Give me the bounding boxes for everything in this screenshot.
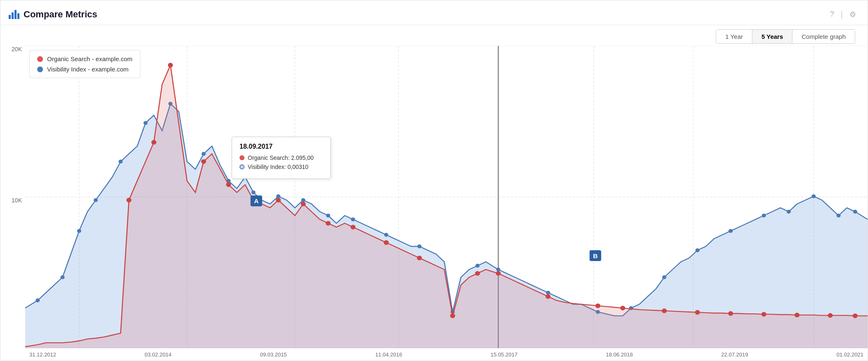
svg-point-44 xyxy=(168,63,173,67)
svg-point-55 xyxy=(475,271,480,276)
legend-label-organic: Organic Search - example.com xyxy=(47,55,133,62)
svg-point-64 xyxy=(794,313,799,317)
svg-point-25 xyxy=(351,217,355,221)
svg-point-65 xyxy=(828,313,833,318)
legend-dot-red xyxy=(37,56,43,62)
x-axis: 31.12.2012 03.02.2014 09.03.2015 11.04.2… xyxy=(25,348,868,361)
x-label-5: 18.06.2018 xyxy=(606,352,633,358)
svg-point-43 xyxy=(151,140,156,145)
svg-point-51 xyxy=(351,225,356,229)
x-label-6: 22.07.2019 xyxy=(721,352,748,358)
y-label-20k: 20K xyxy=(12,46,22,52)
chart-svg: A B xyxy=(25,46,868,348)
svg-point-49 xyxy=(301,202,306,206)
svg-point-37 xyxy=(762,214,766,217)
time-btn-5years[interactable]: 5 Years xyxy=(752,30,792,43)
page-title: Compare Metrics xyxy=(24,9,97,20)
svg-point-66 xyxy=(853,314,858,318)
svg-text:B: B xyxy=(593,252,598,259)
svg-point-34 xyxy=(662,276,666,279)
svg-point-39 xyxy=(811,194,816,198)
legend-item-visibility: Visibility Index - example.com xyxy=(37,66,133,73)
x-label-0: 31.12.2012 xyxy=(29,352,56,358)
svg-point-58 xyxy=(595,304,600,308)
time-btn-1year[interactable]: 1 Year xyxy=(716,30,752,43)
legend-dot-blue xyxy=(37,66,43,72)
time-range-buttons: 1 Year 5 Years Complete graph xyxy=(716,29,855,44)
svg-point-26 xyxy=(384,233,388,237)
svg-point-41 xyxy=(853,210,857,214)
svg-point-24 xyxy=(326,214,330,217)
svg-point-48 xyxy=(276,198,281,202)
svg-point-60 xyxy=(662,309,667,313)
svg-point-14 xyxy=(77,229,81,233)
legend-label-visibility: Visibility Index - example.com xyxy=(47,66,128,73)
header: Compare Metrics ? | ⚙ xyxy=(0,0,868,25)
svg-point-29 xyxy=(475,264,479,268)
legend-item-organic: Organic Search - example.com xyxy=(37,55,133,62)
svg-point-17 xyxy=(143,121,147,125)
svg-point-16 xyxy=(119,159,123,163)
svg-point-21 xyxy=(251,190,256,194)
divider: | xyxy=(841,10,843,19)
help-icon[interactable]: ? xyxy=(830,10,834,19)
svg-point-59 xyxy=(620,306,625,310)
y-axis: 20K 10K xyxy=(0,46,25,348)
svg-point-12 xyxy=(36,299,40,302)
svg-point-35 xyxy=(695,248,700,252)
svg-point-27 xyxy=(417,245,422,248)
svg-point-63 xyxy=(761,312,766,316)
svg-point-62 xyxy=(728,311,733,316)
x-label-4: 15.05.2017 xyxy=(491,352,517,358)
settings-icon[interactable]: ⚙ xyxy=(849,10,856,19)
chart-bar-icon xyxy=(9,10,19,19)
header-icons: ? | ⚙ xyxy=(830,10,856,19)
svg-point-40 xyxy=(837,214,841,217)
svg-point-42 xyxy=(126,198,131,202)
x-label-3: 11.04.2016 xyxy=(375,352,402,358)
svg-point-22 xyxy=(276,194,280,198)
x-label-7: 01.02.2021 xyxy=(837,352,863,358)
time-btn-complete[interactable]: Complete graph xyxy=(792,30,855,43)
x-label-1: 03.02.2014 xyxy=(145,352,171,358)
svg-point-52 xyxy=(384,240,389,245)
svg-point-36 xyxy=(728,229,733,233)
svg-point-56 xyxy=(496,271,501,276)
svg-point-19 xyxy=(202,152,206,156)
header-left: Compare Metrics xyxy=(9,9,97,20)
svg-point-45 xyxy=(201,159,206,164)
legend: Organic Search - example.com Visibility … xyxy=(29,50,140,78)
x-label-2: 09.03.2015 xyxy=(260,352,287,358)
chart-area: 1 Year 5 Years Complete graph Organic Se… xyxy=(0,25,868,361)
main-container: Compare Metrics ? | ⚙ 1 Year 5 Years Com… xyxy=(0,0,868,361)
svg-point-38 xyxy=(787,210,791,214)
svg-point-13 xyxy=(60,276,64,279)
svg-point-30 xyxy=(496,268,500,271)
svg-point-61 xyxy=(695,310,700,315)
svg-point-23 xyxy=(301,198,305,202)
svg-point-15 xyxy=(94,198,98,202)
chart-svg-container: A B 18.09.2017 Organic Search: 2.095,00 … xyxy=(25,46,868,348)
svg-text:A: A xyxy=(254,197,259,204)
y-label-10k: 10K xyxy=(12,197,22,204)
svg-point-46 xyxy=(226,183,231,187)
svg-point-54 xyxy=(450,314,455,318)
svg-point-31 xyxy=(546,291,550,294)
svg-point-53 xyxy=(417,256,422,260)
svg-point-57 xyxy=(545,294,550,299)
svg-point-50 xyxy=(326,221,331,226)
